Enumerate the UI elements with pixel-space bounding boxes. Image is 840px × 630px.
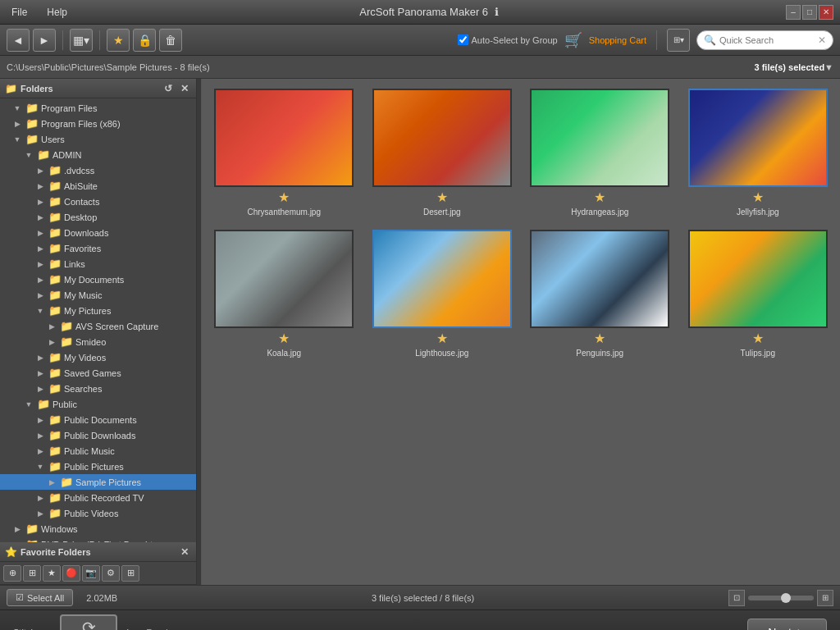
thumb-item-lighthouse[interactable]: ★Lighthouse.jpg [367,226,518,361]
tree-item-windows[interactable]: ▶📁Windows [0,521,196,536]
tree-expand-public-music[interactable]: ▶ [34,445,46,457]
info-icon[interactable]: ℹ [495,6,499,18]
tree-item-admin[interactable]: ▼📁ADMIN [0,147,196,162]
fav-btn-1[interactable]: ⊕ [3,565,21,582]
close-panel-button[interactable]: ✕ [178,82,191,95]
lock-button[interactable]: 🔒 [133,29,156,52]
fav-btn-6[interactable]: ⚙ [102,565,120,582]
tree-item-public-downloads[interactable]: ▶📁Public Downloads [0,427,196,443]
path-dropdown-arrow[interactable]: ▼ [824,62,833,72]
search-input[interactable] [719,35,818,45]
fav-btn-4[interactable]: 🔴 [62,565,80,582]
tree-expand-smideo[interactable]: ▶ [46,336,57,348]
tree-item-public-pictures[interactable]: ▼📁Public Pictures [0,459,196,474]
star-button[interactable]: ★ [107,29,130,52]
tree-expand-avs-screen-capture[interactable]: ▶ [46,321,57,332]
tree-item-my-documents[interactable]: ▶📁My Documents [0,272,196,287]
tree-expand-contacts[interactable]: ▶ [34,196,46,208]
tree-expand-searches[interactable]: ▶ [34,383,46,395]
minimize-button[interactable]: – [786,5,801,20]
tree-expand-favorites[interactable]: ▶ [34,243,46,254]
tree-expand-abisuite[interactable]: ▶ [34,180,46,192]
tree-expand-program-files-x86[interactable]: ▶ [11,118,23,130]
tree-expand-public-recorded-tv[interactable]: ▶ [34,492,46,504]
tree-expand-public-documents[interactable]: ▶ [34,414,46,426]
tree-expand-saved-games[interactable]: ▶ [34,368,46,379]
tree-expand-windows[interactable]: ▶ [11,523,23,535]
fav-btn-7[interactable]: ⊞ [121,565,139,582]
next-button[interactable]: Next ➤ [747,619,827,630]
tree-item-searches[interactable]: ▶📁Searches [0,381,196,396]
fav-btn-2[interactable]: ⊞ [23,565,41,582]
menu-file[interactable]: File [7,5,32,20]
close-button[interactable]: ✕ [819,5,833,20]
tree-item-saved-games[interactable]: ▶📁Saved Games [0,365,196,381]
tree-expand-users[interactable]: ▼ [11,134,23,145]
small-view-button[interactable]: ⊡ [728,590,745,606]
tree-expand-public-downloads[interactable]: ▶ [34,430,46,441]
tree-expand-desktop[interactable]: ▶ [34,212,46,223]
tree-item-public-videos[interactable]: ▶📁Public Videos [0,505,196,521]
select-all-button[interactable]: ☑ Select All [7,589,73,606]
size-slider-track[interactable] [748,596,814,600]
tree-item-program-files-x86[interactable]: ▶📁Program Files (x86) [0,116,196,131]
tree-item-favorites[interactable]: ▶📁Favorites [0,240,196,256]
tree-item-public-music[interactable]: ▶📁Public Music [0,443,196,459]
fav-btn-3[interactable]: ★ [43,565,61,582]
tree-item-dvd-drive[interactable]: ▶📁DVD Drive (D:) First Daughter [0,536,196,542]
tree-expand-public-pictures[interactable]: ▼ [34,461,46,472]
refresh-button[interactable]: ↺ [162,82,175,95]
grid-view-button[interactable]: ⊞▾ [667,29,690,52]
forward-button[interactable]: ► [33,29,56,52]
tree-item-public-recorded-tv[interactable]: ▶📁Public Recorded TV [0,490,196,505]
tree-item-my-pictures[interactable]: ▼📁My Pictures [0,303,196,318]
tree-item-users[interactable]: ▼📁Users [0,131,196,147]
stitch-mode-button[interactable]: ⟳ Auto [60,614,117,630]
tree-item-smideo[interactable]: ▶📁Smideo [0,334,196,349]
thumb-item-desert[interactable]: ★Desert.jpg [367,85,518,220]
stitch-mode-arrow[interactable]: ▶ [127,626,136,630]
thumb-item-jellyfish[interactable]: ★Jellyfish.jpg [682,85,834,220]
tree-item-contacts[interactable]: ▶📁Contacts [0,194,196,209]
tree-item-links[interactable]: ▶📁Links [0,256,196,272]
tree-item-my-videos[interactable]: ▶📁My Videos [0,349,196,365]
tree-expand-public-videos[interactable]: ▶ [34,508,46,519]
shopping-cart-link[interactable]: Shopping Cart [589,35,646,45]
view-button[interactable]: ▦▾ [70,29,93,52]
thumb-item-hydrangeas[interactable]: ★Hydrangeas.jpg [524,85,676,220]
tree-item-public[interactable]: ▼📁Public [0,396,196,412]
tree-expand-links[interactable]: ▶ [34,258,46,270]
fav-btn-5[interactable]: 📷 [82,565,100,582]
tree-expand-my-documents[interactable]: ▶ [34,274,46,285]
tree-item-downloads[interactable]: ▶📁Downloads [0,225,196,240]
tree-expand-my-music[interactable]: ▶ [34,290,46,301]
close-fav-button[interactable]: ✕ [178,546,191,559]
restore-button[interactable]: □ [802,5,817,20]
tree-expand-public[interactable]: ▼ [23,399,34,410]
back-button[interactable]: ◄ [7,29,30,52]
size-slider-thumb[interactable] [781,593,791,603]
auto-select-checkbox[interactable] [458,34,468,45]
tree-item-my-music[interactable]: ▶📁My Music [0,287,196,303]
thumb-item-tulips[interactable]: ★Tulips.jpg [682,226,834,361]
large-view-button[interactable]: ⊞ [817,590,833,606]
tree-item-sample-pictures[interactable]: ▶📁Sample Pictures [0,474,196,490]
tree-expand-downloads[interactable]: ▶ [34,227,46,239]
trash-button[interactable]: 🗑 [159,29,182,52]
tree-expand-admin[interactable]: ▼ [23,149,34,161]
tree-item-abisuite[interactable]: ▶📁AbiSuite [0,178,196,194]
tree-expand-dvdcss[interactable]: ▶ [34,165,46,176]
tree-expand-program-files[interactable]: ▼ [11,103,23,114]
menu-help[interactable]: Help [42,5,72,20]
tree-item-desktop[interactable]: ▶📁Desktop [0,209,196,225]
tree-item-public-documents[interactable]: ▶📁Public Documents [0,412,196,427]
thumb-item-penguins[interactable]: ★Penguins.jpg [524,226,676,361]
search-clear-button[interactable]: ✕ [818,34,826,46]
thumb-item-chrysanthemum[interactable]: ★Chrysanthemum.jpg [208,85,360,220]
tree-expand-my-videos[interactable]: ▶ [34,352,46,363]
thumb-item-koala[interactable]: ★Koala.jpg [208,226,360,361]
tree-item-dvdcss[interactable]: ▶📁.dvdcss [0,162,196,178]
tree-expand-sample-pictures[interactable]: ▶ [46,477,57,488]
tree-expand-my-pictures[interactable]: ▼ [34,305,46,317]
tree-item-avs-screen-capture[interactable]: ▶📁AVS Screen Capture [0,318,196,334]
